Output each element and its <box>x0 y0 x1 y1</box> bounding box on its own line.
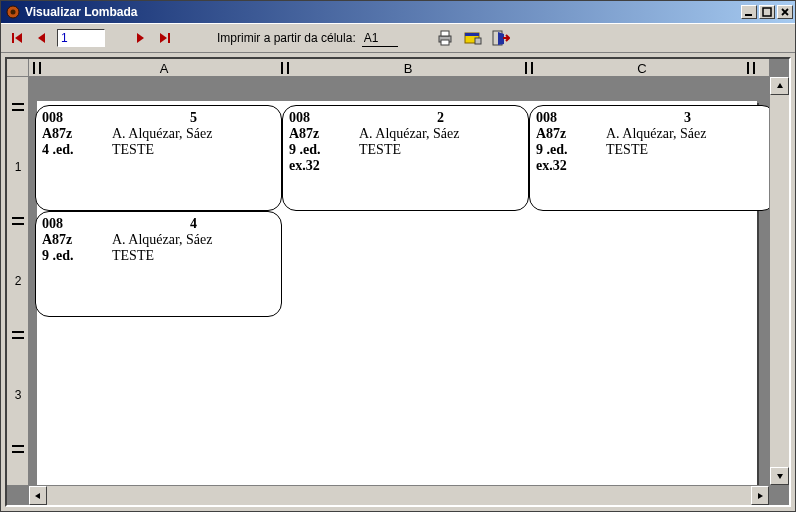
close-button[interactable] <box>777 5 793 19</box>
first-page-button[interactable] <box>9 29 27 47</box>
column-ruler: A B C <box>29 59 769 77</box>
svg-rect-11 <box>441 31 449 36</box>
row-header: 3 <box>7 345 29 445</box>
app-icon <box>5 4 21 20</box>
label-code: 008 <box>536 110 606 126</box>
label-right-col: A. Alquézar, Sáez TESTE <box>606 126 769 174</box>
window-title: Visualizar Lombada <box>25 5 741 19</box>
label-code: 008 <box>289 110 359 126</box>
label-left-col: A87z 9 .ed. <box>42 232 112 264</box>
svg-marker-6 <box>38 33 45 43</box>
svg-marker-7 <box>137 33 144 43</box>
scroll-up-button[interactable] <box>770 77 789 95</box>
config-button[interactable] <box>462 27 484 49</box>
label-left-col: A87z 4 .ed. <box>42 126 112 158</box>
vertical-scrollbar[interactable] <box>769 77 789 485</box>
label-right-col: A. Alquézar, Sáez TESTE <box>112 126 275 158</box>
svg-marker-8 <box>160 33 167 43</box>
col-header: A <box>49 59 279 77</box>
page: 0085 A87z 4 .ed. A. Alquézar, Sáez TESTE <box>37 101 757 485</box>
scroll-right-button[interactable] <box>751 486 769 505</box>
svg-marker-5 <box>15 33 22 43</box>
label-number: 5 <box>112 110 275 126</box>
sheet-canvas: 0085 A87z 4 .ed. A. Alquézar, Sáez TESTE <box>29 77 769 485</box>
svg-rect-2 <box>745 14 752 16</box>
label-card: 0083 A87z 9 .ed. ex.32 A. Alquézar, Sáez… <box>529 105 769 211</box>
exit-button[interactable] <box>490 27 512 49</box>
maximize-button[interactable] <box>759 5 775 19</box>
label-code: 008 <box>42 110 112 126</box>
svg-marker-20 <box>35 493 40 499</box>
svg-rect-4 <box>12 33 14 43</box>
titlebar: Visualizar Lombada <box>1 1 795 23</box>
horizontal-scrollbar[interactable] <box>29 485 769 505</box>
start-cell-input[interactable] <box>362 29 398 47</box>
scroll-left-button[interactable] <box>29 486 47 505</box>
label-number: 4 <box>112 216 275 232</box>
page-number-input[interactable] <box>57 29 105 47</box>
label-right-col: A. Alquézar, Sáez TESTE <box>112 232 275 264</box>
prev-page-button[interactable] <box>33 29 51 47</box>
window: Visualizar Lombada Imprimir a p <box>0 0 796 512</box>
scroll-down-button[interactable] <box>770 467 789 485</box>
col-header: C <box>537 59 747 77</box>
label-card: 0082 A87z 9 .ed. ex.32 A. Alquézar, Sáez… <box>282 105 529 211</box>
row-ruler: 1 2 3 <box>7 77 29 485</box>
svg-rect-14 <box>465 33 479 36</box>
window-controls <box>741 5 793 19</box>
label-card: 0084 A87z 9 .ed. A. Alquézar, Sáez TESTE <box>35 211 282 317</box>
label-number: 2 <box>359 110 522 126</box>
toolbar: Imprimir a partir da célula: <box>1 23 795 53</box>
label-card: 0085 A87z 4 .ed. A. Alquézar, Sáez TESTE <box>35 105 282 211</box>
svg-marker-19 <box>777 474 783 479</box>
svg-rect-15 <box>475 38 481 44</box>
label-left-col: A87z 9 .ed. ex.32 <box>536 126 606 174</box>
preview-area: A B C 1 2 3 <box>5 57 791 507</box>
print-button[interactable] <box>434 27 456 49</box>
last-page-button[interactable] <box>155 29 173 47</box>
row-header: 1 <box>7 117 29 217</box>
svg-point-1 <box>11 10 16 15</box>
next-page-button[interactable] <box>131 29 149 47</box>
row-header: 2 <box>7 231 29 331</box>
print-from-label: Imprimir a partir da célula: <box>217 31 356 45</box>
minimize-button[interactable] <box>741 5 757 19</box>
svg-rect-9 <box>168 33 170 43</box>
label-number: 3 <box>606 110 769 126</box>
col-header: B <box>293 59 523 77</box>
label-right-col: A. Alquézar, Sáez TESTE <box>359 126 522 174</box>
label-code: 008 <box>42 216 112 232</box>
ruler-corner <box>7 59 29 77</box>
svg-marker-18 <box>777 83 783 88</box>
svg-rect-3 <box>763 8 771 16</box>
svg-marker-21 <box>758 493 763 499</box>
label-left-col: A87z 9 .ed. ex.32 <box>289 126 359 174</box>
svg-rect-12 <box>441 40 449 45</box>
